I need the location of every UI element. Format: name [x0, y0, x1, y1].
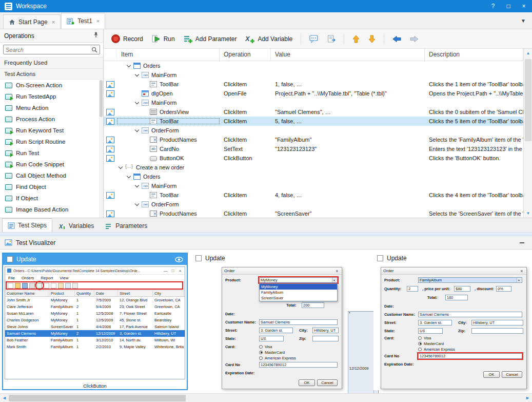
column-header-operation[interactable]: Operation — [220, 49, 271, 61]
frame3-update-checkbox[interactable] — [377, 255, 383, 261]
sidebar-item-image-based-action[interactable]: Image Based Action — [0, 204, 103, 215]
test-step-row[interactable]: MainForm — [104, 70, 523, 80]
city-input[interactable]: Hillsbery, UT — [471, 320, 523, 326]
street-input[interactable]: 3. Garden st. — [418, 320, 452, 326]
street-input[interactable]: 3. Garden st. — [259, 328, 293, 333]
maximize-button[interactable]: □ — [505, 3, 512, 10]
panel-splitter[interactable] — [0, 232, 532, 236]
mini-column-street[interactable]: Street — [118, 291, 153, 296]
add-parameter-button[interactable]: Add Parameter — [181, 33, 240, 45]
test-step-row[interactable]: CardNoSetText"123123123123"Enters the te… — [104, 144, 523, 154]
visualizer-image-icon[interactable] — [106, 90, 114, 97]
add-comment-button[interactable] — [307, 33, 321, 45]
radio-mastercard-icon[interactable] — [418, 342, 422, 346]
visualizer-image-icon[interactable] — [106, 81, 114, 88]
sidebar-item-call-object-method[interactable]: Call Object Method — [0, 170, 103, 181]
visualizer-image-icon[interactable] — [106, 109, 114, 116]
visualizer-horizontal-scrollbar[interactable]: ◄ ► — [0, 393, 532, 402]
expander-icon[interactable] — [134, 72, 140, 78]
expander-icon[interactable] — [126, 63, 132, 69]
sidebar-item-if-object[interactable]: If Object — [0, 193, 103, 204]
test-step-row[interactable]: ToolBarClickItem5, false, …Clicks the 5 … — [104, 117, 523, 126]
customer-name-input[interactable]: Samuel Clemens — [259, 319, 338, 325]
tab-test1-close-icon[interactable]: × — [96, 18, 100, 24]
total-input[interactable]: 160 — [445, 295, 468, 300]
radio-visa-icon[interactable] — [259, 345, 263, 349]
card-option-american-express[interactable]: American Express — [418, 347, 455, 352]
expander-icon[interactable] — [134, 100, 140, 106]
sidebar-item-run-testedapp[interactable]: Run TestedApp — [0, 91, 103, 102]
total-input[interactable]: 200 — [302, 302, 324, 308]
column-header-description[interactable]: Description — [425, 49, 523, 61]
grid-vertical-scrollbar[interactable]: ▲ ▼ — [523, 49, 532, 218]
radio-mastercard-icon[interactable] — [259, 351, 263, 354]
mini-column-customer-name[interactable]: Customer Name — [5, 291, 49, 296]
minimize-panel-button[interactable] — [516, 238, 527, 247]
mini-grid-row[interactable]: Susan McLarenMyMoney112/5/20087, Flower … — [5, 310, 185, 317]
card-no-input[interactable]: 123456789012 — [418, 353, 522, 359]
visualizer-frame-2[interactable]: Update Order×Product:MyMoneyTotal:200Dat… — [192, 253, 366, 390]
close-button[interactable]: × — [520, 3, 527, 10]
sidebar-item-run-script-routine[interactable]: Run Script Routine — [0, 136, 103, 147]
test-step-row[interactable]: ProductNamesClickItem"ScreenSaver"Select… — [104, 209, 523, 218]
combo-dropdown-icon[interactable] — [517, 278, 522, 282]
expander-icon[interactable] — [134, 202, 140, 207]
dropdown-item-screensaver[interactable]: ScreenSaver — [260, 295, 337, 301]
mini-grid-row[interactable]: Charles DodgesonMyMoney112/5/200945, Sto… — [5, 317, 185, 323]
test-step-row[interactable]: Create a new order — [104, 163, 523, 172]
move-up-button[interactable] — [350, 33, 362, 45]
tab-variables[interactable]: X Variables — [53, 220, 99, 232]
tab-start-page[interactable]: Start Page × — [3, 14, 61, 29]
state-input[interactable]: US — [418, 328, 443, 334]
visualizer-image-icon[interactable] — [106, 137, 114, 143]
visualizer-image-icon[interactable] — [106, 192, 114, 199]
test-step-row[interactable]: Orders — [104, 61, 523, 70]
record-button[interactable]: Record — [109, 33, 146, 45]
mini-menu-orders[interactable]: Orders — [22, 276, 34, 280]
visualizer-image-icon[interactable] — [106, 155, 114, 162]
scroll-up-icon[interactable]: ▲ — [524, 49, 532, 58]
zip-input[interactable] — [312, 336, 339, 341]
zip-input[interactable] — [471, 328, 523, 334]
expander-icon[interactable] — [134, 183, 140, 189]
mini-grid-row[interactable]: Steve JohnsScreenSaver14/4/200817, Park … — [5, 323, 185, 330]
test-step-row[interactable]: ButtonOKClickButtonClicks the 'ButtonOK'… — [104, 154, 523, 163]
mini-grid-row[interactable]: Clare JeffersonFamilyAlbum25/4/200923, O… — [5, 303, 185, 310]
expander-icon[interactable] — [126, 174, 132, 180]
radio-american-express-icon[interactable] — [259, 356, 263, 360]
group-frequently-used[interactable]: Frequently Used — [0, 57, 103, 68]
radio-american-express-icon[interactable] — [418, 348, 422, 351]
mini-grid-row[interactable]: Samuel ClemensMyMoney212/12/20093, Garde… — [5, 330, 185, 337]
test-step-row[interactable]: ToolBarClickItem1, false, …Clicks the 1 … — [104, 80, 523, 89]
search-input[interactable] — [6, 47, 91, 53]
tab-parameters[interactable]: Parameters — [100, 220, 152, 232]
test-step-row[interactable]: dlgOpenOpenFileProject.Path + "..\\MyTab… — [104, 89, 523, 98]
grid-scrollbar-thumb[interactable] — [525, 59, 531, 141]
help-button[interactable]: ? — [489, 3, 497, 10]
tab-test-steps[interactable]: Test Steps — [2, 218, 52, 232]
cancel-button[interactable]: Cancel — [317, 379, 338, 386]
dialog-close-icon[interactable]: × — [334, 269, 340, 274]
frame2-update-checkbox[interactable] — [195, 255, 202, 261]
scroll-right-icon[interactable]: ► — [523, 394, 532, 402]
mini-grid-row[interactable]: Mark SmithFamilyAlbum12/2/20109, Maple V… — [5, 343, 185, 350]
visualizer-image-icon[interactable] — [106, 118, 114, 125]
product-combobox[interactable]: MyMoney — [259, 277, 338, 283]
test-step-row[interactable]: ToolBarClickItem4, false, …Clicks the 4 … — [104, 190, 523, 200]
column-header-item[interactable]: Item — [117, 49, 220, 61]
expander-icon[interactable] — [134, 128, 140, 133]
mini-grid-row[interactable]: Bob FeatherFamilyAlbum13/12/201014, Nort… — [5, 337, 185, 343]
customer-name-input[interactable]: Samuel Clemens — [418, 312, 522, 317]
operations-scrollbar[interactable] — [99, 79, 103, 218]
combo-dropdown-icon[interactable] — [332, 278, 337, 282]
test-step-row[interactable]: Orders — [104, 172, 523, 181]
mini-menu-view[interactable]: View — [60, 276, 68, 280]
ok-button[interactable]: OK — [483, 371, 500, 378]
card-no-input[interactable]: 123456789012 — [259, 362, 338, 368]
tab-test1[interactable]: Test1 × — [61, 13, 105, 29]
add-variable-button[interactable]: X Add Variable — [243, 33, 295, 45]
scroll-left-icon[interactable]: ◄ — [0, 394, 9, 402]
radio-visa-icon[interactable] — [418, 336, 422, 340]
sidebar-item-find-object[interactable]: Find Object — [0, 181, 103, 193]
indent-left-button[interactable] — [390, 34, 404, 44]
